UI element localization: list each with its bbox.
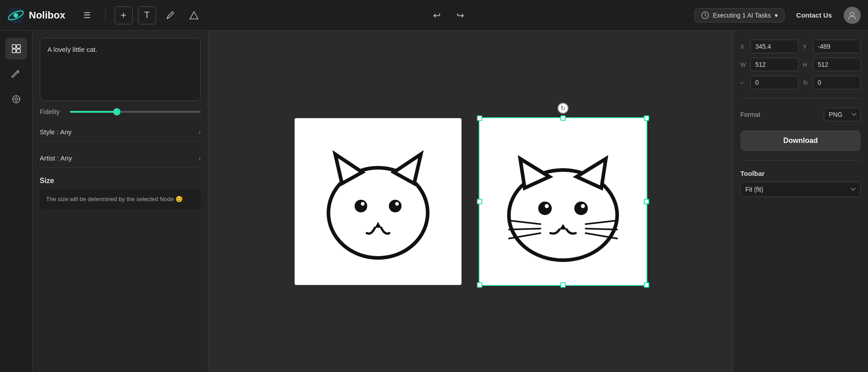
- svg-point-4: [850, 12, 854, 16]
- corner-coord: ⌐: [740, 76, 799, 89]
- triangle-button[interactable]: [185, 6, 203, 24]
- artist-label: Artist : Any: [40, 154, 72, 162]
- canvas-area[interactable]: ↻: [208, 31, 733, 372]
- svg-rect-8: [17, 49, 20, 53]
- h-coord: H: [803, 58, 861, 71]
- toolbar-title: Toolbar: [740, 170, 861, 177]
- download-button[interactable]: Download: [740, 130, 861, 151]
- svg-line-35: [586, 229, 617, 230]
- handle-ml[interactable]: [477, 199, 482, 204]
- triangle-icon: [189, 10, 199, 20]
- toolbar-section: Toolbar Fit (fit) Fill Stretch Tile: [740, 170, 861, 197]
- svg-point-26: [538, 202, 552, 215]
- user-icon: [847, 10, 857, 20]
- handle-mr[interactable]: [644, 199, 649, 204]
- fidelity-label: Fidelity: [40, 108, 65, 115]
- y-label: Y: [803, 43, 810, 50]
- left-panel: Fidelity Style : Any › Artist : Any › Si…: [32, 31, 208, 372]
- coords-grid: X Y W H ⌐ ↻: [740, 40, 861, 89]
- rotate-label: ↻: [803, 79, 810, 86]
- rotate-coord: ↻: [803, 76, 861, 89]
- cat-image-2: [495, 134, 631, 269]
- prompt-textarea[interactable]: [40, 38, 201, 101]
- cat-image-1: [310, 134, 446, 269]
- cat-card-1[interactable]: [295, 118, 462, 285]
- edit-icon: [11, 69, 22, 79]
- svg-point-19: [389, 200, 402, 212]
- svg-line-32: [509, 229, 540, 230]
- svg-point-2: [14, 13, 18, 18]
- style-option[interactable]: Style : Any ›: [40, 123, 201, 142]
- svg-rect-6: [17, 45, 20, 48]
- sidebar-icon-target[interactable]: [5, 88, 27, 110]
- topbar: Nolibox ☰ + T ↩ ↪ Executing 1 AI Tasks ▾: [0, 0, 868, 31]
- rotate-handle[interactable]: ↻: [558, 103, 568, 114]
- handle-tm[interactable]: [560, 115, 566, 121]
- rotate-input[interactable]: [813, 76, 861, 89]
- executing-badge[interactable]: Executing 1 AI Tasks ▾: [694, 8, 785, 23]
- svg-point-29: [581, 204, 585, 208]
- cat-card-2[interactable]: [480, 118, 646, 285]
- svg-rect-5: [12, 45, 16, 48]
- svg-point-10: [15, 98, 18, 101]
- executing-label: Executing 1 AI Tasks: [713, 12, 771, 19]
- svg-point-20: [361, 202, 365, 206]
- canvas-content: ↻: [295, 118, 646, 285]
- w-coord: W: [740, 58, 799, 71]
- fidelity-slider[interactable]: [70, 111, 201, 113]
- style-label: Style : Any: [40, 128, 72, 136]
- size-section: Size The size will be determined by the …: [40, 177, 201, 209]
- brush-button[interactable]: [162, 6, 180, 24]
- topbar-divider: [105, 9, 106, 22]
- x-coord: X: [740, 40, 799, 53]
- format-select[interactable]: PNG JPG SVG WEBP: [824, 108, 861, 121]
- handle-tl[interactable]: [477, 115, 482, 121]
- h-input[interactable]: [813, 58, 861, 71]
- svg-point-18: [355, 200, 367, 212]
- menu-button[interactable]: ☰: [78, 6, 96, 24]
- artist-option[interactable]: Artist : Any ›: [40, 149, 201, 168]
- clock-icon: [701, 11, 709, 19]
- right-panel: X Y W H ⌐ ↻: [733, 31, 868, 372]
- avatar[interactable]: [844, 7, 861, 24]
- corner-input[interactable]: [750, 76, 799, 89]
- y-coord: Y: [803, 40, 861, 53]
- handle-br[interactable]: [644, 282, 649, 288]
- contact-button[interactable]: Contact Us: [790, 8, 838, 23]
- sidebar-icon-edit[interactable]: [5, 63, 27, 85]
- app-name: Nolibox: [29, 9, 65, 21]
- y-input[interactable]: [813, 40, 861, 53]
- handle-bm[interactable]: [560, 282, 566, 288]
- toolbar-select[interactable]: Fit (fit) Fill Stretch Tile: [740, 182, 861, 197]
- x-label: X: [740, 43, 748, 50]
- divider-2: [740, 160, 861, 161]
- sidebar-icons: [0, 31, 32, 372]
- undo-button[interactable]: ↩: [428, 6, 446, 24]
- x-input[interactable]: [750, 40, 799, 53]
- svg-point-21: [395, 202, 399, 206]
- svg-point-28: [545, 204, 549, 208]
- logo-icon: [7, 7, 24, 24]
- svg-rect-7: [12, 49, 16, 53]
- brush-icon: [166, 10, 175, 20]
- w-input[interactable]: [750, 58, 799, 71]
- executing-chevron-icon: ▾: [775, 12, 778, 19]
- handle-bl[interactable]: [477, 282, 482, 288]
- style-chevron-icon: ›: [199, 129, 201, 136]
- redo-button[interactable]: ↪: [451, 6, 469, 24]
- handle-tr[interactable]: [644, 115, 649, 121]
- add-button[interactable]: +: [115, 6, 133, 24]
- size-note: The size will be determined by the selec…: [40, 189, 201, 209]
- sidebar-icon-gallery[interactable]: [5, 38, 27, 60]
- corner-label: ⌐: [740, 79, 748, 86]
- fidelity-row: Fidelity: [40, 108, 201, 115]
- h-label: H: [803, 61, 810, 68]
- format-label: Format: [740, 111, 760, 118]
- gallery-icon: [11, 43, 22, 54]
- target-icon: [11, 94, 22, 105]
- artist-chevron-icon: ›: [199, 155, 201, 162]
- text-button[interactable]: T: [138, 6, 156, 24]
- divider-1: [740, 98, 861, 99]
- main-area: Fidelity Style : Any › Artist : Any › Si…: [0, 31, 868, 372]
- size-title: Size: [40, 177, 201, 185]
